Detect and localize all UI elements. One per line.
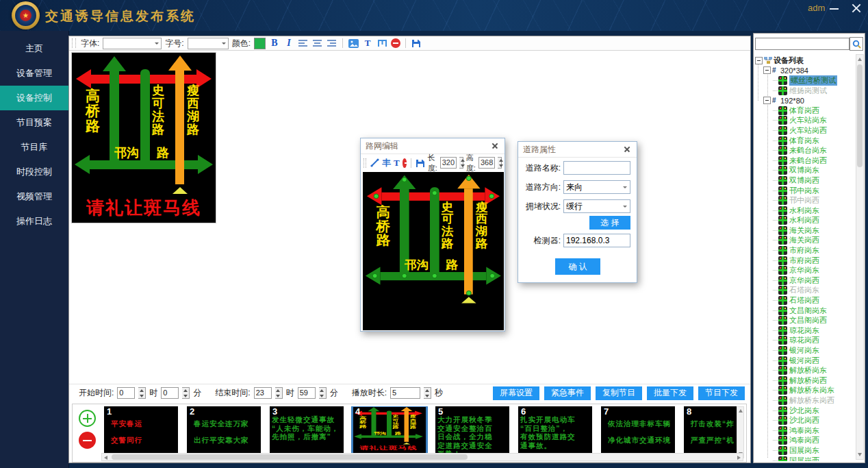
device-item[interactable]: 解放桥东岗西 bbox=[754, 395, 856, 406]
sidebar-item-video-management[interactable]: 视频管理 bbox=[0, 184, 68, 209]
edit-handle[interactable] bbox=[402, 177, 407, 182]
device-group-320*384[interactable]: #320*384 bbox=[754, 66, 856, 76]
device-item[interactable]: 来鹤台岗东 bbox=[754, 145, 856, 156]
align-right-button[interactable] bbox=[327, 38, 337, 49]
tree-expander-icon[interactable] bbox=[763, 66, 771, 74]
align-center-button[interactable] bbox=[312, 38, 323, 49]
device-item[interactable]: 海关岗东 bbox=[754, 225, 856, 236]
screen-settings-button[interactable]: 屏幕设置 bbox=[493, 386, 539, 400]
sidebar-item-time-control[interactable]: 时段控制 bbox=[0, 160, 68, 184]
edit-handle[interactable] bbox=[374, 194, 379, 199]
device-item[interactable]: 海关岗西 bbox=[754, 236, 856, 246]
italic-button[interactable]: I bbox=[283, 38, 294, 49]
scroll-up-icon[interactable] bbox=[858, 58, 862, 61]
program-strip-vertical-scrollbar[interactable] bbox=[737, 406, 744, 458]
device-item[interactable]: 体育岗西 bbox=[754, 106, 856, 116]
device-item[interactable]: 沙北岗西 bbox=[754, 415, 856, 426]
text-tool-button[interactable]: T bbox=[362, 38, 373, 49]
close-button[interactable] bbox=[849, 2, 864, 14]
device-item[interactable]: 邗中岗东 bbox=[754, 186, 856, 196]
align-left-button[interactable] bbox=[298, 38, 309, 49]
edit-handle[interactable] bbox=[432, 273, 437, 278]
device-item[interactable]: 市府岗西 bbox=[754, 256, 856, 266]
program-send-button[interactable]: 节目下发 bbox=[698, 386, 745, 400]
device-item[interactable]: 邗中岗西 bbox=[754, 195, 856, 206]
search-button[interactable] bbox=[850, 37, 863, 51]
device-item[interactable]: 石塔岗西 bbox=[754, 295, 856, 306]
select-detector-button[interactable]: 选 择 bbox=[589, 216, 630, 230]
editor-close-icon[interactable] bbox=[490, 141, 500, 151]
edit-handle[interactable] bbox=[402, 273, 407, 278]
end-hour-spinner[interactable] bbox=[275, 387, 283, 399]
road-direction-select[interactable]: 来向 bbox=[563, 180, 630, 194]
road-tool-button[interactable]: 丰 bbox=[382, 158, 391, 169]
end-hour-input[interactable]: 23 bbox=[254, 387, 272, 399]
edit-handle[interactable] bbox=[432, 190, 437, 195]
sidebar-item-operation-log[interactable]: 操作日志 bbox=[0, 209, 68, 234]
end-minute-spinner[interactable] bbox=[319, 387, 327, 399]
program-thumbnail-5[interactable]: 5大力开展秋冬季交通安全整治百日会战，全力稳定道路交通安全形势！ bbox=[435, 406, 509, 454]
start-minute-input[interactable]: 0 bbox=[161, 387, 179, 399]
scroll-right-icon[interactable] bbox=[737, 456, 741, 460]
add-program-button[interactable] bbox=[79, 410, 96, 427]
device-item[interactable]: 银河岗东 bbox=[754, 345, 856, 356]
scroll-down-icon[interactable] bbox=[858, 453, 862, 456]
device-item[interactable]: 国展岗东 bbox=[754, 445, 856, 456]
insert-image-button[interactable] bbox=[348, 38, 359, 49]
copy-program-button[interactable]: 复制节目 bbox=[596, 386, 642, 400]
scrollbar-thumb[interactable] bbox=[857, 64, 863, 167]
height-input[interactable]: 368 bbox=[478, 157, 495, 169]
user-label[interactable]: adm bbox=[808, 3, 825, 13]
duration-spinner[interactable] bbox=[424, 387, 431, 399]
minimize-button[interactable] bbox=[827, 2, 842, 14]
device-item[interactable]: 解放桥岗东 bbox=[754, 365, 856, 375]
device-item[interactable]: 京华岗东 bbox=[754, 265, 856, 275]
emergency-event-button[interactable]: 紧急事件 bbox=[544, 386, 591, 400]
tree-expander-icon[interactable] bbox=[755, 57, 763, 64]
start-minute-spinner[interactable] bbox=[182, 387, 190, 399]
sidebar-item-program-library[interactable]: 节目库 bbox=[0, 135, 68, 160]
device-item[interactable]: 鸿泰岗西 bbox=[754, 436, 856, 446]
device-item[interactable]: 石塔岗东 bbox=[754, 286, 856, 296]
detector-input[interactable] bbox=[563, 234, 630, 247]
font-family-select[interactable] bbox=[103, 38, 162, 49]
device-item[interactable]: 解放桥东岗东 bbox=[754, 386, 856, 396]
device-item[interactable]: 水利岗西 bbox=[754, 216, 856, 226]
device-tree-root[interactable]: 设备列表 bbox=[754, 56, 856, 66]
device-item[interactable]: 双博岗西 bbox=[754, 175, 856, 186]
end-minute-input[interactable]: 59 bbox=[298, 387, 316, 399]
length-input[interactable]: 320 bbox=[440, 157, 457, 169]
delete-button[interactable] bbox=[391, 38, 400, 48]
program-thumbnail-4[interactable]: 4 高桥路 史可法路 瘦西湖路 邗沟 路 请礼让斑马线 bbox=[353, 406, 426, 454]
device-item[interactable]: 银河岗西 bbox=[754, 356, 856, 366]
remove-program-button[interactable] bbox=[79, 432, 96, 449]
sidebar-item-device-control[interactable]: 设备控制 bbox=[0, 86, 68, 110]
device-item[interactable]: 文昌阁岗东 bbox=[754, 306, 856, 316]
sidebar-item-device-management[interactable]: 设备管理 bbox=[0, 61, 68, 86]
edit-handle[interactable] bbox=[466, 291, 472, 295]
program-thumbnail-2[interactable]: 2春运安全连万家出行平安靠大家 bbox=[187, 406, 261, 454]
device-item[interactable]: 火车站岗东 bbox=[754, 116, 856, 126]
device-item[interactable]: 琼花岗西 bbox=[754, 336, 856, 346]
scroll-up-icon[interactable] bbox=[739, 409, 743, 412]
device-item[interactable]: 水利岗东 bbox=[754, 206, 856, 216]
duration-input[interactable]: 5 bbox=[390, 387, 420, 399]
save-button[interactable] bbox=[416, 158, 425, 169]
device-tree-scrollbar[interactable] bbox=[856, 54, 864, 460]
device-item[interactable]: 沙北岗东 bbox=[754, 406, 856, 416]
edit-handle[interactable] bbox=[466, 176, 472, 181]
scrollbar-thumb[interactable] bbox=[112, 454, 468, 460]
device-item[interactable]: 双博岗东 bbox=[754, 166, 856, 176]
bold-button[interactable]: B bbox=[269, 38, 280, 49]
tree-expander-icon[interactable] bbox=[763, 97, 771, 104]
device-item[interactable]: 维扬岗测试 bbox=[754, 86, 856, 96]
edit-handle[interactable] bbox=[372, 273, 378, 278]
properties-dialog-titlebar[interactable]: 道路属性 bbox=[518, 142, 637, 158]
editor-canvas[interactable]: 高桥路 史可法路 瘦西湖路 邗沟 路 请礼让斑马线 bbox=[363, 172, 504, 330]
edit-handle[interactable] bbox=[489, 273, 495, 278]
device-item[interactable]: 体育岗东 bbox=[754, 136, 856, 146]
properties-close-icon[interactable] bbox=[622, 145, 632, 154]
device-item[interactable]: 解放桥岗西 bbox=[754, 375, 856, 386]
device-group-192*80[interactable]: #192*80 bbox=[754, 95, 856, 106]
sidebar-item-program-plan[interactable]: 节目预案 bbox=[0, 110, 68, 135]
